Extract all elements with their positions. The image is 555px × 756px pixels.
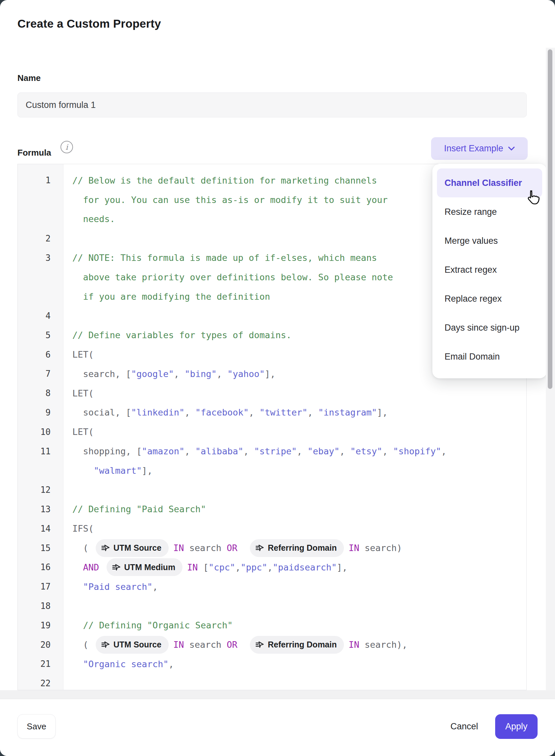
code-text: , bbox=[382, 446, 393, 456]
menu-item-merge-values[interactable]: Merge values bbox=[437, 226, 542, 255]
code-string: "bing" bbox=[184, 369, 217, 379]
line-number: 13 bbox=[18, 504, 63, 514]
code-keyword: IN bbox=[187, 562, 198, 572]
save-button[interactable]: Save bbox=[17, 714, 55, 739]
code-string: "Organic search" bbox=[83, 659, 169, 669]
line-number: 10 bbox=[18, 427, 63, 437]
scrollbar-thumb[interactable] bbox=[548, 49, 552, 389]
code-row: 21 "Organic search", bbox=[18, 654, 527, 674]
code-text: , bbox=[184, 446, 195, 456]
property-token-label: Referring Domain bbox=[268, 640, 337, 649]
code-text: search), bbox=[359, 640, 408, 650]
code-comment: // Defining "Organic Search" bbox=[72, 620, 233, 630]
code-text bbox=[72, 659, 83, 669]
code-row: 14IFS( bbox=[18, 519, 527, 538]
line-number: 4 bbox=[18, 311, 63, 321]
code-text: [ bbox=[198, 562, 209, 572]
code-text: , bbox=[340, 446, 350, 456]
line-number: 7 bbox=[18, 369, 63, 379]
line-number: 8 bbox=[18, 388, 63, 398]
code-text: , bbox=[297, 446, 308, 456]
code-comment: // NOTE: This formula is made up of if-e… bbox=[72, 253, 377, 263]
code-row: 8LET( bbox=[18, 384, 527, 403]
code-row: "walmart"], bbox=[18, 461, 527, 480]
code-text bbox=[72, 582, 83, 592]
code-string: "facebook" bbox=[195, 407, 249, 417]
code-row: 16 AND UTM MediumIN ["cpc","ppc","paidse… bbox=[18, 558, 527, 577]
line-number: 19 bbox=[18, 621, 63, 630]
line-number: 18 bbox=[18, 601, 63, 611]
code-text: ], bbox=[142, 466, 153, 476]
line-number: 2 bbox=[18, 234, 63, 243]
code-string: "ebay" bbox=[307, 446, 340, 456]
property-token-label: Referring Domain bbox=[268, 543, 337, 553]
menu-item-extract-regex[interactable]: Extract regex bbox=[437, 255, 542, 284]
code-string: "instagram" bbox=[318, 407, 377, 417]
line-number: 15 bbox=[18, 543, 63, 553]
code-row: 9 social, ["linkedin", "facebook", "twit… bbox=[18, 403, 527, 423]
code-text: IFS( bbox=[72, 523, 94, 533]
code-string: "etsy" bbox=[350, 446, 382, 456]
code-row: 19 // Defining "Organic Search" bbox=[18, 615, 527, 635]
menu-item-days-since-sign-up[interactable]: Days since sign-up bbox=[437, 313, 542, 342]
code-comment: above take priority over definitions bel… bbox=[72, 272, 393, 282]
code-text: , bbox=[441, 446, 446, 456]
line-number: 3 bbox=[18, 253, 63, 263]
code-row: 17 "Paid search", bbox=[18, 577, 527, 596]
code-text: , bbox=[235, 562, 240, 572]
code-keyword: IN bbox=[348, 640, 359, 650]
screen-backdrop: Create a Custom Property Name Formula i … bbox=[0, 0, 555, 756]
apply-button[interactable]: Apply bbox=[495, 714, 538, 739]
code-keyword: IN bbox=[173, 543, 184, 553]
property-token-icon bbox=[101, 640, 110, 649]
code-text: , bbox=[249, 407, 259, 417]
code-string: "cpc" bbox=[208, 562, 235, 572]
name-input[interactable] bbox=[17, 92, 527, 117]
code-text bbox=[238, 640, 248, 650]
menu-item-replace-regex[interactable]: Replace regex bbox=[437, 284, 542, 313]
code-string: "paidsearch" bbox=[272, 562, 337, 572]
line-number: 17 bbox=[18, 582, 63, 592]
property-token-utm-source[interactable]: UTM Source bbox=[96, 539, 169, 557]
code-text: , bbox=[169, 659, 174, 669]
code-comment: if you are modifying the definition bbox=[72, 291, 270, 302]
code-row: 22 bbox=[18, 674, 527, 690]
menu-item-email-domain[interactable]: Email Domain bbox=[437, 342, 542, 371]
property-token-utm-source[interactable]: UTM Source bbox=[96, 636, 169, 654]
code-keyword: OR bbox=[226, 640, 238, 650]
property-token-referring-domain[interactable]: Referring Domain bbox=[250, 539, 344, 557]
code-text: search bbox=[184, 543, 226, 553]
property-token-referring-domain[interactable]: Referring Domain bbox=[250, 636, 344, 654]
code-text: , bbox=[153, 582, 158, 592]
code-string: "Paid search" bbox=[83, 582, 153, 592]
code-string: "yahoo" bbox=[227, 369, 265, 379]
cursor-pointer-icon bbox=[525, 190, 540, 206]
code-text: , bbox=[307, 407, 318, 417]
cancel-button[interactable]: Cancel bbox=[444, 714, 484, 739]
code-string: "linkedin" bbox=[131, 407, 185, 417]
line-number: 11 bbox=[18, 446, 63, 456]
property-token-icon bbox=[255, 640, 264, 649]
code-keyword: IN bbox=[173, 640, 184, 650]
property-token-utm-medium[interactable]: UTM Medium bbox=[106, 558, 183, 576]
code-row: 18 bbox=[18, 596, 527, 616]
insert-example-button[interactable]: Insert Example bbox=[431, 137, 528, 160]
code-string: "ppc" bbox=[241, 562, 267, 572]
info-circle-icon[interactable]: i bbox=[60, 141, 73, 153]
line-number: 21 bbox=[18, 659, 63, 669]
code-comment: // Below is the default definition for m… bbox=[72, 175, 377, 186]
code-text bbox=[72, 562, 83, 572]
property-token-icon bbox=[112, 563, 121, 572]
code-text bbox=[238, 543, 248, 553]
code-text: , bbox=[184, 407, 195, 417]
code-string: "twitter" bbox=[259, 407, 307, 417]
property-token-icon bbox=[101, 544, 110, 552]
footer-divider bbox=[0, 690, 555, 699]
code-text: ], bbox=[337, 562, 347, 572]
code-text: shopping, [ bbox=[72, 446, 142, 456]
code-row: 11 shopping, ["amazon", "alibaba", "stri… bbox=[18, 441, 527, 461]
code-comment: // Define variables for types of domains… bbox=[72, 330, 291, 340]
insert-example-label: Insert Example bbox=[444, 144, 503, 154]
code-text: LET( bbox=[72, 349, 94, 360]
line-number: 12 bbox=[18, 485, 63, 495]
